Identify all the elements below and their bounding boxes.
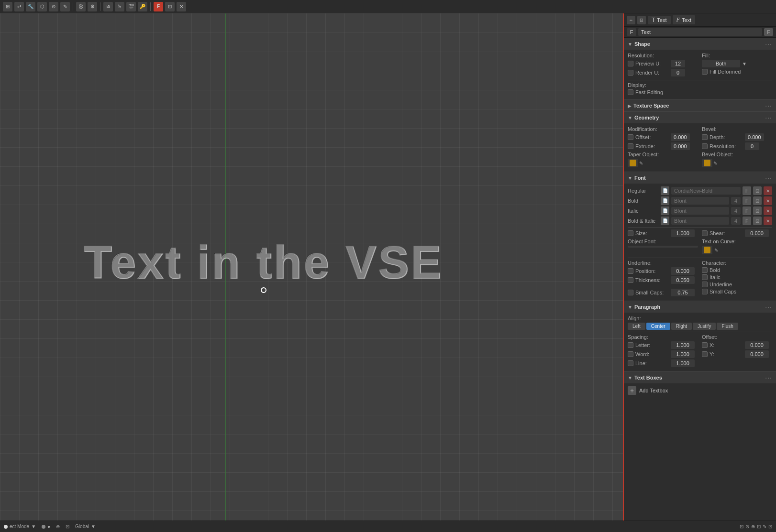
align-left-btn[interactable]: Left <box>628 323 645 330</box>
font-sc-value[interactable]: 0.75 <box>671 289 695 296</box>
align-center-btn[interactable]: Center <box>646 323 670 330</box>
font-shear-checkbox[interactable] <box>702 230 708 236</box>
font-italic-file-icon[interactable]: 📄 <box>661 206 669 215</box>
geo-offset-checkbox[interactable] <box>628 134 633 140</box>
section-textboxes-header[interactable]: ▼ Text Boxes ··· <box>624 371 776 383</box>
font-char-underline-checkbox[interactable] <box>702 282 708 287</box>
para-letter-value[interactable]: 1.000 <box>671 341 695 349</box>
toolbar-icon-key[interactable]: 🔑 <box>138 2 147 11</box>
status-icon-4[interactable]: ⊡ <box>757 524 761 529</box>
font-size-checkbox[interactable] <box>628 230 633 236</box>
status-icon-6[interactable]: ⊡ <box>768 524 772 529</box>
font-bold-browse-btn[interactable]: ⊡ <box>753 196 762 205</box>
toolbar-icon-cursor[interactable]: 🖱 <box>115 2 124 11</box>
font-bold-italic-f-btn[interactable]: F <box>743 217 751 225</box>
font-sc-checkbox[interactable] <box>628 290 633 295</box>
toolbar-icon-film[interactable]: 🎬 <box>126 2 136 11</box>
status-icon-2[interactable]: ⊙ <box>745 524 749 529</box>
toolbar-icon-font-active[interactable]: F <box>154 2 163 11</box>
font-thickness-value[interactable]: 0.050 <box>671 276 695 284</box>
toolbar-icon-edit[interactable]: ✎ <box>60 2 70 11</box>
fill-deformed-checkbox[interactable] <box>702 69 708 75</box>
align-justify-btn[interactable]: Justify <box>693 323 716 330</box>
toolbar-icon-chain[interactable]: ⛓ <box>76 2 86 11</box>
section-texture-header[interactable]: ▶ Texture Space ··· <box>624 99 776 111</box>
status-icon-1[interactable]: ⊡ <box>740 524 743 529</box>
font-curve-pencil-icon[interactable]: ✎ <box>714 248 718 253</box>
toolbar-icon-grid[interactable]: ⊞ <box>3 2 12 11</box>
font-italic-remove-btn[interactable]: ✕ <box>764 206 772 215</box>
status-icon-5[interactable]: ✎ <box>763 524 766 529</box>
para-word-checkbox[interactable] <box>628 351 633 357</box>
object-name-input[interactable]: Text <box>638 28 762 36</box>
toolbar-icon-extra2[interactable]: ✕ <box>177 2 186 11</box>
para-x-value[interactable]: 0.000 <box>745 341 769 349</box>
font-bold-italic-remove-btn[interactable]: ✕ <box>764 217 772 225</box>
font-thickness-checkbox[interactable] <box>628 277 633 283</box>
font-bold-remove-btn[interactable]: ✕ <box>764 196 772 205</box>
geo-extrude-value[interactable]: 0.000 <box>671 142 690 150</box>
toolbar-icon-tools[interactable]: 🔧 <box>26 2 35 11</box>
section-font-header[interactable]: ▼ Font ··· <box>624 172 776 184</box>
toolbar-icon-extra1[interactable]: ⊡ <box>165 2 175 11</box>
font-size-value[interactable]: 1.000 <box>671 229 695 237</box>
para-word-value[interactable]: 1.000 <box>671 350 695 358</box>
align-right-btn[interactable]: Right <box>671 323 692 330</box>
font-position-checkbox[interactable] <box>628 268 633 274</box>
add-textbox-btn[interactable]: + <box>628 386 636 395</box>
font-regular-browse-btn[interactable]: ⊡ <box>753 186 762 195</box>
para-line-checkbox[interactable] <box>628 360 633 366</box>
preview-u-checkbox[interactable] <box>628 61 633 66</box>
toolbar-icon-view[interactable]: ⇄ <box>14 2 24 11</box>
render-u-value[interactable]: 0 <box>671 69 685 76</box>
mode-dropdown[interactable]: ▼ <box>31 524 36 529</box>
font-char-bold-checkbox[interactable] <box>702 267 708 273</box>
geo-bevel-res-checkbox[interactable] <box>702 143 708 149</box>
preview-u-value[interactable]: 12 <box>671 60 685 67</box>
section-shape-header[interactable]: ▼ Shape ··· <box>624 38 776 50</box>
para-y-checkbox[interactable] <box>702 351 708 357</box>
panel-nav-icon[interactable]: ↔ <box>627 16 635 24</box>
toolbar-icon-screen[interactable]: 🖥 <box>103 2 113 11</box>
font-bold-file-icon[interactable]: 📄 <box>661 196 669 205</box>
tab-text-1[interactable]: T Text <box>648 16 671 24</box>
para-letter-checkbox[interactable] <box>628 342 633 348</box>
panel-icon-2[interactable]: ⊡ <box>637 16 646 24</box>
fill-both-value[interactable]: Both <box>702 60 740 67</box>
geo-extrude-checkbox[interactable] <box>628 143 633 149</box>
toolbar-icon-hex[interactable]: ⬡ <box>37 2 47 11</box>
section-geometry-header[interactable]: ▼ Geometry ··· <box>624 111 776 123</box>
status-icon-3[interactable]: ⊕ <box>751 524 755 529</box>
global-dropdown[interactable]: ▼ <box>91 524 96 529</box>
font-regular-file-icon[interactable]: 📄 <box>661 186 669 195</box>
para-x-checkbox[interactable] <box>702 342 708 348</box>
tab-text-2[interactable]: F Text <box>673 15 696 24</box>
geo-taper-pencil-icon[interactable]: ✎ <box>639 161 643 166</box>
font-sc-char-checkbox[interactable] <box>702 289 708 294</box>
font-regular-f-btn[interactable]: F <box>743 186 751 195</box>
geo-offset-value[interactable]: 0.000 <box>671 133 690 141</box>
font-italic-f-btn[interactable]: F <box>743 206 751 215</box>
font-obj-field[interactable] <box>628 246 698 248</box>
fast-editing-checkbox[interactable] <box>628 89 633 95</box>
para-y-value[interactable]: 0.000 <box>745 350 769 358</box>
font-bold-italic-file-icon[interactable]: 📄 <box>661 217 669 225</box>
font-italic-browse-btn[interactable]: ⊡ <box>753 206 762 215</box>
font-bold-f-btn[interactable]: F <box>743 196 751 205</box>
section-paragraph-header[interactable]: ▼ Paragraph ··· <box>624 301 776 313</box>
geo-bevel-res-value[interactable]: 0 <box>745 142 759 150</box>
geo-depth-value[interactable]: 0.000 <box>745 133 764 141</box>
para-line-value[interactable]: 1.000 <box>671 359 695 367</box>
geo-bevel-pencil-icon[interactable]: ✎ <box>713 161 717 166</box>
font-position-value[interactable]: 0.000 <box>671 267 695 275</box>
font-char-italic-checkbox[interactable] <box>702 274 708 280</box>
geo-depth-checkbox[interactable] <box>702 134 708 140</box>
toolbar-icon-circle[interactable]: ⊙ <box>49 2 58 11</box>
font-bold-italic-browse-btn[interactable]: ⊡ <box>753 217 762 225</box>
font-regular-remove-btn[interactable]: ✕ <box>764 186 772 195</box>
render-u-checkbox[interactable] <box>628 70 633 76</box>
align-flush-btn[interactable]: Flush <box>717 323 738 330</box>
viewport[interactable]: Text in the VSE <box>0 13 623 521</box>
font-shear-value[interactable]: 0.000 <box>745 229 769 237</box>
toolbar-icon-gear[interactable]: ⚙ <box>88 2 97 11</box>
